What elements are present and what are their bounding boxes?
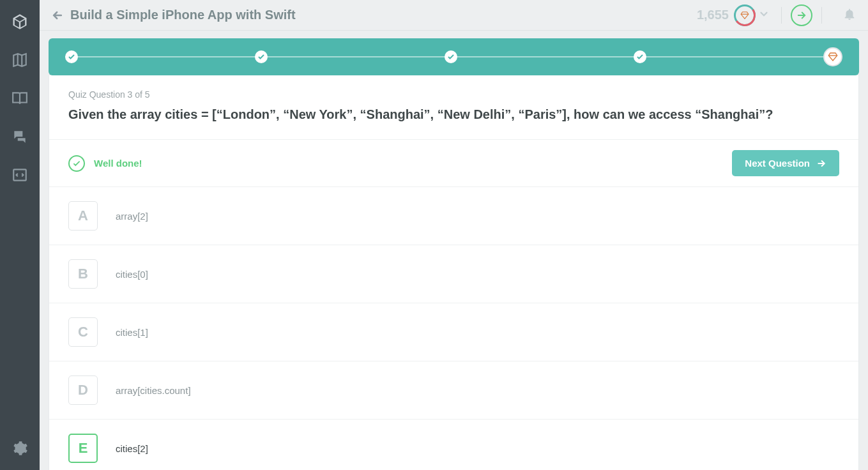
answer-letter: D (68, 375, 98, 405)
bell-icon[interactable] (842, 7, 859, 24)
answer-letter: B (68, 259, 98, 289)
progress-step[interactable] (634, 50, 646, 63)
question-card: Quiz Question 3 of 5 Given the array cit… (49, 75, 859, 470)
progress-step[interactable] (255, 50, 268, 63)
chevron-down-icon[interactable] (758, 8, 772, 22)
answer-letter: C (68, 317, 98, 347)
gear-icon[interactable] (10, 438, 30, 459)
answer-text: cities[1] (116, 327, 148, 338)
divider (821, 7, 822, 24)
map-icon[interactable] (10, 50, 30, 70)
points-badge[interactable] (734, 4, 756, 26)
answer-letter: E (68, 434, 98, 463)
feedback-text: Well done! (94, 158, 142, 169)
back-arrow-icon[interactable] (49, 6, 66, 24)
answer-text: cities[0] (116, 269, 148, 280)
logo-icon[interactable] (10, 11, 30, 32)
answer-text: array[cities.count] (116, 385, 191, 396)
page-title: Build a Simple iPhone App with Swift (70, 8, 296, 22)
book-icon[interactable] (10, 88, 30, 109)
question-text: Given the array cities = [“London”, “New… (68, 106, 839, 123)
progress-step[interactable] (65, 50, 78, 63)
question-meta: Quiz Question 3 of 5 (68, 89, 839, 100)
resume-button[interactable] (791, 4, 812, 26)
progress-step[interactable] (445, 50, 457, 63)
answer-option[interactable]: Bcities[0] (49, 245, 858, 303)
content: Quiz Question 3 of 5 Given the array cit… (40, 31, 868, 470)
divider (781, 7, 782, 24)
answer-letter: A (68, 201, 98, 231)
check-circle-icon (68, 155, 85, 172)
answers-list: Aarray[2]Bcities[0]Ccities[1]Darray[citi… (49, 187, 858, 470)
answer-option[interactable]: Ccities[1] (49, 303, 858, 361)
header: Build a Simple iPhone App with Swift 1,6… (40, 0, 868, 31)
answer-text: cities[2] (116, 443, 148, 454)
chat-icon[interactable] (10, 126, 30, 147)
progress-step-final[interactable] (823, 47, 842, 66)
next-question-label: Next Question (745, 158, 810, 169)
diamond-icon (740, 11, 749, 20)
sidebar (0, 0, 40, 470)
points-count: 1,655 (697, 8, 729, 22)
answer-option[interactable]: Aarray[2] (49, 187, 858, 245)
progress-bar (49, 38, 859, 75)
answer-option[interactable]: Darray[cities.count] (49, 361, 858, 420)
feedback-row: Well done! Next Question (49, 140, 858, 187)
next-question-button[interactable]: Next Question (732, 150, 839, 176)
answer-option[interactable]: Ecities[2] (49, 420, 858, 470)
answer-text: array[2] (116, 211, 148, 222)
diamond-icon (828, 52, 838, 62)
code-icon[interactable] (10, 165, 30, 185)
question-header: Quiz Question 3 of 5 Given the array cit… (49, 75, 858, 140)
